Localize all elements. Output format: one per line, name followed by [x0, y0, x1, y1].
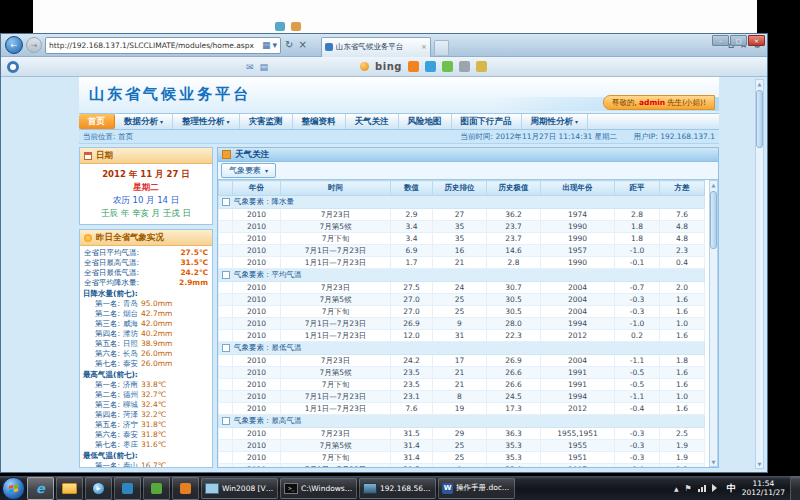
document-icon[interactable]: ▤: [260, 62, 269, 72]
table-row[interactable]: 20107月23日27.52430.72004-0.72.0: [219, 282, 705, 294]
section-header-row[interactable]: 气象要素：平均气温: [219, 269, 705, 282]
scrollbar-thumb[interactable]: [710, 191, 717, 249]
section-header-row[interactable]: 气象要素：最高气温: [219, 415, 705, 428]
collapse-icon[interactable]: [222, 198, 230, 206]
network-icon[interactable]: [698, 485, 706, 492]
tab-close-icon[interactable]: ×: [421, 43, 427, 51]
section-header-cell: 气象要素：最高气温: [219, 415, 705, 428]
table-row[interactable]: 20107月下旬3.43523.719901.84.8: [219, 233, 705, 245]
address-bar[interactable]: http://192.168.137.1/SLCCLIMATE/modules/…: [45, 37, 281, 54]
browser-tab[interactable]: 山东省气候业务平台 ×: [321, 37, 431, 57]
table-row[interactable]: 20107月下旬31.42535.31951-0.31.9: [219, 452, 705, 464]
section-header-row[interactable]: 气象要素：最低气温: [219, 342, 705, 355]
taskbar-icon-button[interactable]: [56, 477, 83, 500]
table-row[interactable]: 20107月1日—7月23日23.1824.51994-1.11.0: [219, 391, 705, 403]
task-button[interactable]: Win2008 [VS2...: [201, 478, 278, 499]
table-row[interactable]: 20107月第5候23.52126.61991-0.51.6: [219, 367, 705, 379]
table-row[interactable]: 20107月第5候3.43523.719901.84.8: [219, 221, 705, 233]
show-desktop-button[interactable]: [790, 476, 800, 500]
new-tab-button[interactable]: [434, 40, 449, 55]
scroll-down-icon[interactable]: ▼: [758, 460, 762, 468]
table-cell: 1951: [541, 452, 615, 464]
table-cell: 4.8: [660, 221, 705, 233]
compatibility-icon[interactable]: ▦: [262, 41, 271, 50]
app-green-icon: [151, 483, 162, 494]
header-row: 年份时间数值历史排位历史极值出现年份距平方差: [219, 181, 705, 196]
taskbar-clock[interactable]: 11:54 2012/11/27: [742, 479, 785, 497]
rank-value: 95.0mm: [141, 299, 172, 309]
taskbar-icon-button[interactable]: [85, 477, 112, 500]
action-center-icon[interactable]: ⚑: [685, 484, 692, 493]
nav-item-4[interactable]: 整编资料: [293, 114, 346, 129]
chevron-down-icon: ▾: [227, 118, 230, 125]
bing-logo-text[interactable]: bing: [375, 61, 402, 72]
table-row[interactable]: 20107月第5候27.02530.52004-0.31.6: [219, 294, 705, 306]
close-button[interactable]: ×: [748, 35, 765, 46]
collapse-icon[interactable]: [222, 344, 230, 352]
column-header: 时间: [281, 181, 391, 196]
nav-item-2[interactable]: 整理性分析▾: [173, 114, 240, 129]
nav-item-0[interactable]: 首页: [79, 114, 115, 129]
nav-item-1[interactable]: 数据分析▾: [115, 114, 173, 129]
table-cell: 26.6: [487, 379, 541, 391]
rank-value: 42.0mm: [141, 319, 172, 329]
table-row[interactable]: 20101月1日—7月23日1.7212.81990-0.10.4: [219, 257, 705, 269]
refresh-icon[interactable]: ↻: [285, 40, 293, 50]
table-row[interactable]: 20101月1日—7月23日12.03122.320120.21.6: [219, 330, 705, 342]
table-row[interactable]: 20107月23日24.21726.92004-1.11.8: [219, 355, 705, 367]
table-row[interactable]: 20107月第5候31.42535.31955-0.31.9: [219, 440, 705, 452]
element-filter-button[interactable]: 气象要素 ▾: [221, 163, 276, 178]
collapse-icon[interactable]: [222, 417, 230, 425]
scroll-up-icon[interactable]: ▲: [758, 80, 762, 88]
nav-item-7[interactable]: 图面下行产品: [452, 114, 522, 129]
table-row[interactable]: 20101月1日—7月23日7.61917.32012-0.41.6: [219, 403, 705, 415]
forward-button[interactable]: →: [26, 37, 42, 53]
table-row[interactable]: 20107月下旬23.52126.61991-0.51.6: [219, 379, 705, 391]
scroll-down-icon[interactable]: ▼: [712, 458, 716, 466]
browser-scrollbar[interactable]: ▲ ▼: [755, 79, 764, 469]
table-cell: 7月23日: [281, 209, 391, 221]
tray-expand-icon[interactable]: ▲: [674, 485, 679, 492]
toolbar-app-icon[interactable]: [459, 61, 470, 72]
table-row[interactable]: 20107月1日—7月23日31.5933.01997-1.01.1: [219, 464, 705, 468]
scrollbar-thumb[interactable]: [756, 90, 763, 148]
table-row[interactable]: 20107月23日2.92736.219742.87.6: [219, 209, 705, 221]
stop-icon[interactable]: ×: [298, 40, 306, 50]
minimize-button[interactable]: –: [712, 35, 729, 46]
table-cell: 25: [433, 306, 487, 318]
nav-item-5[interactable]: 天气关注: [346, 114, 399, 129]
mail-icon[interactable]: ✉: [246, 62, 254, 72]
back-button[interactable]: ←: [5, 36, 23, 54]
section-header-row[interactable]: 气象要素：降水量: [219, 196, 705, 209]
taskbar-icon-button[interactable]: [172, 477, 199, 500]
taskbar-icon-button[interactable]: [27, 477, 54, 500]
table-row[interactable]: 20107月23日31.52936.31955,1951-0.32.5: [219, 428, 705, 440]
task-button[interactable]: 操作手册.docx...: [438, 478, 515, 499]
language-indicator[interactable]: 中: [727, 482, 736, 495]
table-row[interactable]: 20107月下旬27.02530.52004-0.31.6: [219, 306, 705, 318]
taskbar-icon-button[interactable]: [114, 477, 141, 500]
collapse-icon[interactable]: [222, 271, 230, 279]
table-row[interactable]: 20107月1日—7月23日6.91614.61957-1.02.3: [219, 245, 705, 257]
table-row[interactable]: 20107月1日—7月23日26.9928.01994-1.01.0: [219, 318, 705, 330]
taskbar-icon-button[interactable]: [143, 477, 170, 500]
task-button[interactable]: 192.168.56.99...: [359, 478, 436, 499]
volume-icon[interactable]: [712, 484, 721, 492]
start-button[interactable]: [2, 477, 25, 500]
toolbar-logo-icon[interactable]: [7, 61, 19, 73]
toolbar-app-icon[interactable]: [442, 61, 453, 72]
toolbar-app-icon[interactable]: [476, 61, 487, 72]
dropdown-arrow-icon[interactable]: ▾: [272, 41, 277, 50]
table-cell: -0.3: [615, 428, 660, 440]
nav-item-6[interactable]: 风险地图: [399, 114, 452, 129]
scroll-up-icon[interactable]: ▲: [712, 181, 716, 189]
nav-item-8[interactable]: 周期性分析▾: [522, 114, 589, 129]
table-scrollbar[interactable]: ▲ ▼: [709, 180, 718, 467]
clock-date: 2012/11/27: [742, 488, 785, 497]
nav-item-3[interactable]: 灾害监测: [240, 114, 293, 129]
rank-item: 第一名:泰山16.7℃: [83, 461, 209, 467]
maximize-button[interactable]: ▢: [730, 35, 747, 46]
toolbar-app-icon[interactable]: [408, 61, 419, 72]
task-button[interactable]: C:\Windows\s...: [280, 478, 357, 499]
toolbar-app-icon[interactable]: [425, 61, 436, 72]
